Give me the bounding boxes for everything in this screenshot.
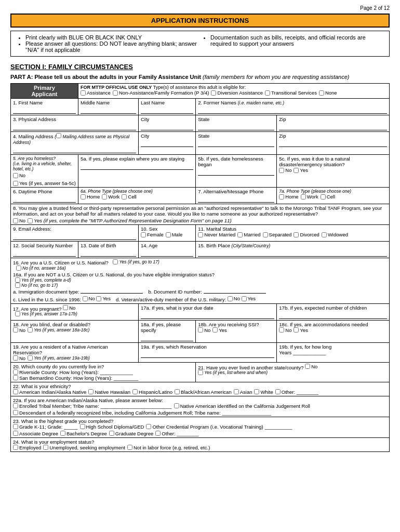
row11-widowed[interactable]: Widowed [322, 232, 348, 237]
row23-other[interactable]: Other: ________ [155, 431, 198, 436]
row11-never-married[interactable]: Never Married [198, 232, 235, 237]
row8-yes[interactable]: Yes (if yes, complete the "MITP Authoriz… [28, 218, 231, 223]
row22-nhpi[interactable]: Native Hawaiian [88, 389, 130, 395]
row7a-home[interactable]: Home [279, 194, 298, 200]
row11-divorced[interactable]: Divorced [294, 232, 319, 237]
row16a-yes[interactable]: Yes (if yes, complete a-d) [15, 277, 387, 283]
assistance-checkbox[interactable] [81, 90, 86, 96]
row1-formernames: 2. Former Names (i.e. maiden name, etc.) [196, 99, 390, 115]
diversion-checkbox[interactable] [211, 90, 216, 96]
row22a-enrolled[interactable]: Enrolled Tribal Member; Tribe name: ____… [13, 403, 172, 409]
row22-asian[interactable]: Asian [234, 389, 252, 395]
none-checkbox[interactable] [319, 90, 324, 96]
row16-yes[interactable]: Yes (if yes, go to 17) [113, 259, 159, 264]
row10-male[interactable]: Male [166, 232, 183, 237]
transitional-checkbox-item[interactable]: Transitional Services [265, 90, 317, 96]
row11-married[interactable]: Married [237, 232, 260, 237]
row17-yes[interactable]: Yes (if yes, answer 17a-17b) [15, 311, 136, 316]
row16c-lived-us: c. Lived in the U.S. since 1996: No Yes [13, 296, 111, 302]
instruction-item-1: Print clearly with BLUE OR BLACK INK ONL… [25, 34, 199, 41]
row19-no[interactable]: No [13, 355, 25, 361]
row22-ethnicity: 22. What is your ethnicity? American Ind… [11, 382, 390, 396]
row11-separated[interactable]: Separated [263, 232, 292, 237]
row18b-ssi: 18b. Are you receiving SSI? No Yes [196, 320, 277, 342]
assistance-label: Assistance [87, 90, 111, 96]
row8-no[interactable]: No [13, 218, 25, 223]
row16c-no[interactable]: No [83, 296, 95, 301]
row6-daytime-phone: 6. Daytime Phone [11, 188, 78, 204]
instructions-box: Print clearly with BLUE OR BLACK INK ONL… [10, 31, 390, 57]
row6a-work[interactable]: Work [102, 194, 119, 200]
row18c-no[interactable]: No [279, 327, 291, 333]
row7a-work[interactable]: Work [301, 194, 318, 200]
row23-grade[interactable]: Grade K-11; Grade: _____ [13, 424, 78, 430]
assistance-options-row: Assistance Non-Assistance/Family Formati… [81, 90, 387, 96]
row4-city: City [139, 132, 196, 155]
row24-not-in-labor[interactable]: Not in labor force (e.g. retired, etc.) [127, 445, 210, 450]
row22-other[interactable]: Other: ________ [275, 389, 318, 395]
row6a-home[interactable]: Home [81, 194, 100, 200]
row16d-yes[interactable]: Yes [242, 296, 256, 301]
row16a-no[interactable]: No (if no, go to 17) [15, 283, 387, 288]
row3-zip: Zip [277, 115, 390, 132]
row18c-yes[interactable]: Yes [294, 327, 308, 333]
row8-authorized-rep: 8. You may give a trusted friend or thir… [11, 204, 390, 225]
row21-no[interactable]: No [305, 364, 317, 369]
official-use-label: FOR MTTP OFFICIAL USE ONLY [81, 85, 152, 90]
row20-san-bernardino[interactable]: San Bernardino County: How long (Years):… [13, 375, 193, 381]
row22-hispanic[interactable]: Hispanic/Latino [132, 389, 172, 395]
row5-no[interactable]: No [13, 172, 25, 178]
row15-birthplace: 15. Birth Place (City/State/Country) [196, 242, 390, 258]
assistance-checkbox-item[interactable]: Assistance [81, 90, 111, 96]
non-assistance-checkbox[interactable] [113, 90, 118, 96]
row18b-no[interactable]: No [198, 327, 210, 333]
row22a-descendant[interactable]: Descendant of a federally recognized tri… [13, 410, 387, 416]
row20-riverside[interactable]: Riverside County: How long (Years): ____… [13, 369, 193, 375]
row6a-cell[interactable]: Cell [122, 194, 136, 200]
row23-other-credential[interactable]: Other Credential Program (i.e. Vocationa… [146, 424, 292, 430]
diversion-checkbox-item[interactable]: Diversion Assistance [211, 90, 263, 96]
row23-graduate[interactable]: Graduate Degree [109, 431, 153, 436]
row21-yes[interactable]: Yes (if yes, list where and when) [198, 370, 268, 375]
row5c-yes[interactable]: Yes [294, 167, 308, 173]
row23-ged[interactable]: High School Diploma/GED [80, 424, 144, 430]
row24-employed[interactable]: Employed [13, 445, 41, 450]
row18-disabled: 18. Are you blind, deaf or disabled? No … [11, 320, 139, 342]
row3-city: City [139, 115, 196, 132]
none-label: None [325, 90, 337, 96]
row16d-no[interactable]: No [228, 296, 240, 301]
mailing-same-checkbox[interactable] [56, 133, 61, 138]
row5c-no[interactable]: No [279, 167, 291, 173]
row18b-yes[interactable]: Yes [212, 327, 227, 333]
primary-applicant-header: PrimaryApplicant [11, 84, 78, 99]
row5-yes[interactable]: Yes (if yes, answer 5a-5c) [13, 180, 76, 186]
row7a-cell[interactable]: Cell [321, 194, 335, 200]
row23-associate[interactable]: Associate Degree [13, 431, 58, 436]
row18-yes[interactable]: Yes (if yes, answer 18a-18c) [28, 327, 89, 332]
row16-no[interactable]: No (if no, answer 16a) [16, 265, 387, 271]
row24-unemployed[interactable]: Unemployed, seeking employment [43, 445, 125, 450]
row16c-yes[interactable]: Yes [96, 296, 111, 301]
diversion-label: Diversion Assistance [217, 90, 263, 96]
row7-alt-phone: 7. Alternative/Message Phone [196, 188, 277, 204]
row19-yes[interactable]: Yes (if yes, answer 19a-19b) [28, 355, 90, 361]
row3-state: State [196, 115, 277, 132]
none-checkbox-item[interactable]: None [319, 90, 337, 96]
section1-title: SECTION I: FAMILY CIRCUMSTANCES [10, 63, 390, 71]
non-assistance-label: Non-Assistance/Family Formation (P 3/4) [119, 90, 209, 96]
row17-no[interactable]: No [63, 305, 75, 311]
row17a-due-date: 17a. If yes, what is your due date [139, 303, 277, 320]
row22-white[interactable]: White [254, 389, 273, 395]
row23-bachelor[interactable]: Bachelor's Degree [60, 431, 107, 436]
row5a: 5a. If yes, please explain where you are… [78, 155, 195, 188]
row10-female[interactable]: Female [141, 232, 164, 237]
row7a-phone-type: 7a. Phone Type (please choose one) Home … [277, 188, 390, 204]
row19-reservation: 19. Are you a resident of a Native Ameri… [11, 342, 139, 362]
row22a-california-roll[interactable]: Native American identified on the Califo… [174, 403, 310, 409]
non-assistance-checkbox-item[interactable]: Non-Assistance/Family Formation (P 3/4) [113, 90, 209, 96]
transitional-checkbox[interactable] [265, 90, 270, 96]
row22-black[interactable]: Black/African American [175, 389, 232, 395]
row16b-doc-id: b. Document ID number: [148, 289, 265, 295]
row22-aian[interactable]: American Indian/Alaska Native [13, 389, 86, 395]
row18-no[interactable]: No [13, 327, 25, 333]
